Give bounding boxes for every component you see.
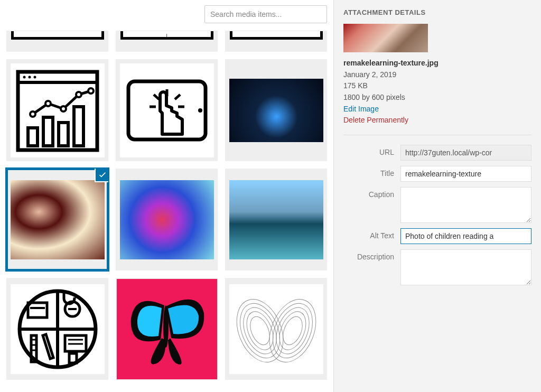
- media-item-partial[interactable]: [6, 31, 108, 52]
- svg-point-38: [232, 297, 287, 364]
- media-item[interactable]: [225, 59, 327, 161]
- arrow-down-icon: ↓: [165, 31, 169, 41]
- caption-field[interactable]: [400, 187, 531, 223]
- attachment-filename: remakelearning-texture.jpg: [343, 58, 531, 69]
- title-field[interactable]: [400, 166, 531, 182]
- media-item[interactable]: [116, 59, 218, 161]
- media-item[interactable]: [116, 169, 218, 270]
- svg-point-12: [76, 92, 81, 97]
- svg-point-41: [246, 314, 273, 348]
- label-url: URL: [343, 145, 400, 156]
- svg-point-15: [198, 108, 202, 113]
- media-grid: [6, 59, 327, 380]
- media-item[interactable]: [225, 278, 327, 380]
- design-circle-icon: [11, 284, 105, 374]
- search-input[interactable]: [204, 5, 327, 23]
- svg-point-40: [241, 307, 278, 353]
- attachment-meta: remakelearning-texture.jpg January 2, 20…: [343, 58, 531, 104]
- tablet-touch-icon: [120, 63, 214, 157]
- photo-thumbnail: [229, 180, 323, 259]
- photo-thumbnail: [229, 79, 323, 142]
- media-item[interactable]: [116, 278, 218, 380]
- label-description: Description: [343, 249, 400, 261]
- attachment-date: January 2, 2019: [343, 69, 531, 81]
- media-item[interactable]: [6, 278, 108, 380]
- svg-rect-6: [43, 117, 53, 146]
- svg-line-17: [154, 95, 159, 99]
- svg-point-45: [274, 307, 311, 353]
- svg-point-13: [88, 88, 94, 94]
- label-alt-text: Alt Text: [343, 228, 400, 240]
- svg-point-4: [33, 76, 36, 78]
- media-item-partial[interactable]: [225, 31, 327, 52]
- panel-heading: ATTACHMENT DETAILS: [343, 8, 531, 16]
- alt-text-field[interactable]: [400, 228, 531, 244]
- label-title: Title: [343, 166, 400, 178]
- svg-line-18: [175, 95, 180, 99]
- svg-rect-5: [28, 128, 38, 146]
- svg-rect-24: [28, 303, 47, 318]
- search-row: [6, 0, 327, 31]
- attachment-filesize: 175 KB: [343, 80, 531, 92]
- svg-point-2: [23, 76, 25, 78]
- svg-point-46: [279, 314, 306, 348]
- svg-point-9: [30, 111, 35, 117]
- description-field[interactable]: [400, 249, 531, 285]
- media-item[interactable]: [225, 169, 327, 270]
- attachment-dimensions: 1800 by 600 pixels: [343, 92, 531, 104]
- svg-point-3: [28, 76, 31, 78]
- divider: [343, 135, 531, 135]
- media-item-selected[interactable]: [6, 169, 108, 270]
- svg-rect-7: [59, 123, 68, 146]
- attachment-preview: [343, 24, 428, 52]
- svg-point-11: [61, 106, 66, 111]
- svg-point-44: [269, 302, 315, 358]
- edit-image-link[interactable]: Edit Image: [343, 104, 531, 115]
- selected-check-icon[interactable]: [95, 169, 108, 182]
- attractor-icon: [229, 284, 323, 374]
- media-item-partial[interactable]: ↓: [116, 31, 218, 52]
- url-field[interactable]: [400, 145, 531, 161]
- media-item[interactable]: [6, 59, 108, 161]
- delete-permanently-link[interactable]: Delete Permanently: [343, 115, 531, 126]
- svg-point-39: [237, 302, 282, 358]
- svg-point-43: [265, 297, 320, 364]
- svg-rect-31: [69, 353, 77, 363]
- photo-thumbnail: [117, 279, 217, 379]
- photo-thumbnail: [120, 180, 214, 259]
- label-caption: Caption: [343, 187, 400, 199]
- chart-icon: [11, 63, 105, 157]
- media-grid-partial-row: ↓: [6, 31, 327, 52]
- svg-point-36: [163, 305, 169, 348]
- media-library-pane: ↓: [0, 0, 333, 392]
- svg-point-10: [45, 101, 51, 106]
- attachment-details-pane: ATTACHMENT DETAILS remakelearning-textur…: [333, 0, 541, 392]
- svg-rect-8: [74, 107, 83, 146]
- photo-thumbnail: [11, 180, 105, 259]
